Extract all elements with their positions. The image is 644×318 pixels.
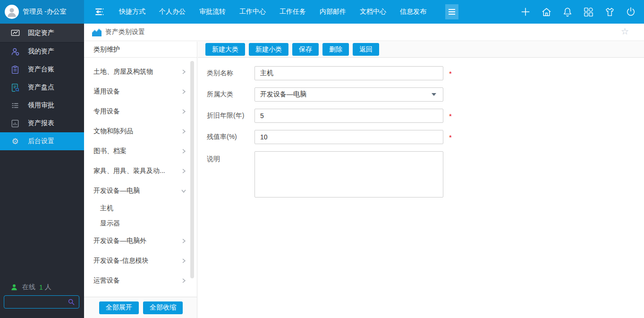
residual-rate-input[interactable] — [254, 130, 443, 144]
parent-category-label: 所属大类 — [207, 90, 254, 99]
sidebar-item-asset-inventory[interactable]: 资产盘点 — [0, 78, 84, 96]
avatar[interactable] — [5, 5, 19, 19]
chevron-right-icon[interactable] — [181, 89, 186, 95]
chevron-right-icon[interactable] — [181, 258, 186, 264]
avatar-person-icon — [6, 6, 18, 18]
save-button[interactable]: 保存 — [292, 43, 319, 56]
tree-item-operations-equipment[interactable]: 运营设备 — [84, 271, 197, 291]
dropdown-caret-icon — [432, 93, 436, 96]
required-asterisk: * — [449, 133, 454, 141]
online-prefix: 在线 — [22, 283, 35, 292]
tree-item-general-equipment[interactable]: 通用设备 — [84, 82, 197, 102]
delete-button[interactable]: 删除 — [322, 43, 349, 56]
tree-item-dev-equipment-peripherals[interactable]: 开发设备—电脑外 — [84, 231, 197, 251]
new-major-category-button[interactable]: 新建大类 — [205, 43, 245, 56]
action-toolbar: 新建大类 新建小类 保存 删除 返回 — [198, 42, 644, 58]
nav-item-doc-center[interactable]: 文档中心 — [360, 8, 386, 16]
power-icon[interactable] — [626, 7, 636, 17]
form-row-depreciation-years: 折旧年限(年) * — [207, 109, 644, 123]
tree-item-clipped[interactable]: 办公设备 — [84, 291, 197, 297]
expand-all-button[interactable]: 全部展开 — [99, 301, 139, 314]
parent-category-value: 开发设备—电脑 — [260, 90, 306, 99]
user-area[interactable]: 管理员 -办公室 — [0, 0, 84, 24]
description-textarea[interactable] — [254, 151, 443, 198]
sidebar-item-backend-settings[interactable]: ⚙ 后台设置 — [0, 132, 84, 150]
user-label: 管理员 -办公室 — [23, 8, 67, 16]
chevron-right-icon[interactable] — [181, 129, 186, 134]
top-bar: 管理员 -办公室 快捷方式 个人办公 审批流转 工作中心 工作任务 内部邮件 文… — [0, 0, 644, 24]
depreciation-years-input[interactable] — [254, 109, 443, 123]
nav-item-work-center[interactable]: 工作中心 — [239, 8, 266, 16]
plus-icon[interactable] — [520, 7, 531, 17]
chevron-right-icon[interactable] — [181, 69, 186, 75]
nav-item-work-tasks[interactable]: 工作任务 — [280, 8, 306, 16]
sidebar-item-approval[interactable]: 领用审批 — [0, 96, 84, 114]
nav-item-shortcuts[interactable]: 快捷方式 — [119, 8, 145, 16]
tree-item-cultural-relics[interactable]: 文物和陈列品 — [84, 121, 197, 141]
tree-item-furniture[interactable]: 家具、用具、装具及动... — [84, 161, 197, 181]
chevron-right-icon[interactable] — [181, 168, 186, 174]
new-minor-category-button[interactable]: 新建小类 — [249, 43, 288, 56]
sidebar-item-my-assets[interactable]: 我的资产 — [0, 43, 84, 60]
topbar-actions — [520, 0, 636, 24]
breadcrumb: 资产类别设置 ☆ — [84, 24, 644, 41]
category-name-input[interactable] — [254, 66, 443, 80]
nav-item-internal-mail[interactable]: 内部邮件 — [320, 8, 346, 16]
required-asterisk: * — [449, 69, 454, 77]
collapse-all-button[interactable]: 全部收缩 — [143, 301, 183, 314]
bell-icon[interactable] — [562, 7, 573, 17]
back-button[interactable]: 返回 — [353, 43, 379, 56]
online-suffix: 人 — [45, 283, 51, 292]
form-row-parent-category: 所属大类 开发设备—电脑 — [207, 87, 644, 102]
online-person-icon — [10, 284, 18, 291]
sidebar-item-asset-reports[interactable]: 资产报表 — [0, 114, 84, 132]
list-icon — [10, 101, 20, 110]
hamburger-menu-button[interactable] — [445, 4, 458, 19]
tree-item-dev-equipment-info-module[interactable]: 开发设备-信息模块 — [84, 251, 197, 271]
favorite-star-icon[interactable]: ☆ — [621, 27, 629, 36]
hamburger-icon — [448, 9, 456, 15]
nav-item-info-publish[interactable]: 信息发布 — [400, 8, 426, 16]
sidebar-item-asset-ledger[interactable]: 资产台账 — [0, 60, 84, 78]
online-count: 1 — [39, 284, 43, 291]
page-title: 资产类别设置 — [105, 28, 145, 36]
form-row-category-name: 类别名称 * — [207, 66, 644, 80]
tree-item-special-equipment[interactable]: 专用设备 — [84, 102, 197, 121]
sidebar: 固定资产 我的资产 资产台账 — [0, 24, 84, 318]
home-icon[interactable] — [541, 7, 552, 17]
chevron-right-icon[interactable] — [181, 109, 186, 114]
category-tree-panel: 类别维护 土地、房屋及构筑物 通用设备 专用设备 文物和陈列品 — [84, 42, 197, 318]
search-icon[interactable] — [68, 298, 75, 306]
top-nav: 快捷方式 个人办公 审批流转 工作中心 工作任务 内部邮件 文档中心 信息发布 — [119, 8, 426, 16]
shirt-icon[interactable] — [604, 7, 615, 17]
chevron-right-icon[interactable] — [181, 148, 186, 154]
chevron-down-icon[interactable] — [181, 188, 186, 194]
category-tree: 土地、房屋及构筑物 通用设备 专用设备 文物和陈列品 图书、档案 — [84, 58, 197, 297]
tree-scrollbar[interactable] — [190, 61, 194, 278]
sidebar-header-fixed-assets[interactable]: 固定资产 — [0, 24, 84, 43]
chevron-right-icon[interactable] — [181, 238, 186, 244]
category-form: 类别名称 * 所属大类 开发设备—电脑 折旧年限(年) * 残值率(%) * 说… — [198, 58, 644, 198]
tree-child-monitor[interactable]: 显示器 — [84, 216, 197, 231]
parent-category-select[interactable]: 开发设备—电脑 — [254, 87, 443, 102]
chart-board-icon — [10, 28, 20, 38]
description-label: 说明 — [207, 151, 254, 163]
tree-item-books-archives[interactable]: 图书、档案 — [84, 141, 197, 161]
person-icon — [10, 47, 20, 56]
tree-item-dev-equipment-computer[interactable]: 开发设备—电脑 — [84, 181, 197, 201]
sidebar-item-label: 后台设置 — [28, 137, 54, 146]
category-name-label: 类别名称 — [207, 69, 254, 77]
collapse-menu-icon[interactable] — [92, 6, 106, 17]
tree-child-host[interactable]: 主机 — [84, 201, 197, 216]
sidebar-item-label: 我的资产 — [28, 47, 54, 56]
tree-item-land-buildings[interactable]: 土地、房屋及构筑物 — [84, 62, 197, 82]
chevron-right-icon[interactable] — [181, 278, 186, 284]
doc-search-icon — [10, 83, 20, 92]
nav-item-personal-office[interactable]: 个人办公 — [159, 8, 186, 16]
nav-item-approval-flow[interactable]: 审批流转 — [199, 8, 226, 16]
sidebar-item-label: 资产台账 — [28, 65, 54, 74]
sidebar-search-input[interactable] — [4, 299, 68, 306]
apps-icon[interactable] — [583, 7, 594, 17]
tree-footer: 全部展开 全部收缩 — [84, 297, 197, 318]
area-chart-icon — [92, 28, 102, 36]
